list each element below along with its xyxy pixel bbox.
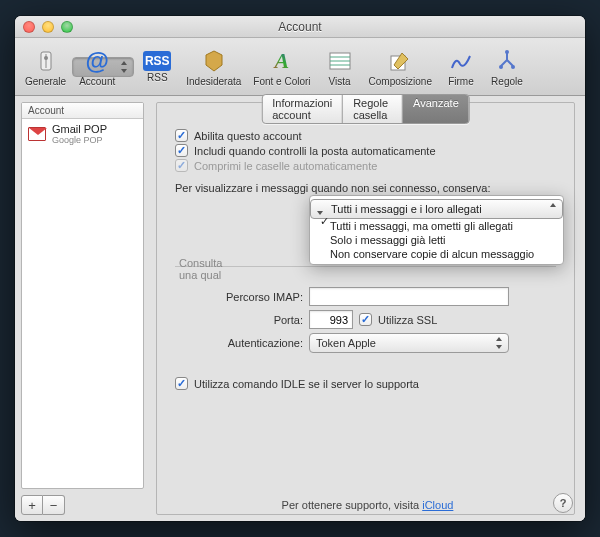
toolbar-generale[interactable]: Generale [19,40,72,94]
toolbar-label: Font e Colori [253,76,310,87]
auth-row: Autenticazione: Token Apple [175,333,556,353]
toolbar-view[interactable]: Vista [317,40,363,94]
slider-icon [32,47,60,75]
svg-point-8 [505,50,509,54]
account-type: Google POP [52,135,107,145]
remove-button[interactable]: − [43,495,65,515]
port-row: Porta: Utilizza SSL [175,310,556,329]
toolbar-label: Vista [329,76,351,87]
enable-account-row[interactable]: Abilita questo account [175,129,556,142]
toolbar-rules[interactable]: Regole [484,40,530,94]
consult-text-2: una qual [179,269,556,281]
toolbar-label: Regole [491,76,523,87]
preferences-window: Account Generale @ Account RSS RSS Indes… [15,16,585,521]
font-icon: A [268,47,296,75]
toolbar-account[interactable]: @ Account [72,57,134,77]
toolbar-label: Generale [25,76,66,87]
add-remove: + − [21,495,144,515]
ssl-label: Utilizza SSL [378,314,437,326]
include-auto-row[interactable]: Includi quando controlli la posta automa… [175,144,556,157]
icloud-link[interactable]: iCloud [422,499,453,511]
toolbar-junk[interactable]: Indesiderata [180,40,247,94]
imap-path-label: Percorso IMAP: [175,291,303,303]
svg-point-2 [44,56,48,60]
checkbox-icon[interactable] [175,129,188,142]
auth-select[interactable]: Token Apple [309,333,509,353]
imap-path-row: Percorso IMAP: [175,287,556,306]
toolbar-compose[interactable]: Composizione [363,40,438,94]
toolbar-label: Composizione [369,76,432,87]
add-button[interactable]: + [21,495,43,515]
offline-label: Per visualizzare i messaggi quando non s… [175,182,556,194]
dropdown-item[interactable]: Tutti i messaggi e i loro allegati [310,199,563,219]
compress-label: Comprimi le caselle automaticamente [194,160,377,172]
footer: Per ottenere supporto, visita iCloud [150,499,585,511]
tab-rules[interactable]: Regole casella [343,95,403,123]
checkbox-icon[interactable] [359,313,372,326]
toolbar-signatures[interactable]: Firme [438,40,484,94]
account-row[interactable]: Gmail POP Google POP [22,119,143,149]
toolbar-label: Firme [448,76,474,87]
junk-icon [200,47,228,75]
checkbox-icon[interactable] [175,377,188,390]
checkbox-icon [175,159,188,172]
gmail-icon [28,127,46,141]
svg-point-9 [499,65,503,69]
account-list-header: Account [22,103,143,119]
svg-point-10 [511,65,515,69]
dropdown-item[interactable]: Tutti i messaggi, ma ometti gli allegati [310,219,563,233]
titlebar[interactable]: Account [15,16,585,38]
tab-advanced[interactable]: Avanzate [403,95,469,123]
tab-info[interactable]: Informazioni account [262,95,343,123]
dropdown-item[interactable]: Solo i messaggi già letti [310,233,563,247]
signature-icon [447,47,475,75]
compress-row: Comprimi le caselle automaticamente [175,159,556,172]
enable-account-label: Abilita questo account [194,130,302,142]
tabs: Informazioni account Regole casella Avan… [261,94,470,124]
help-button[interactable]: ? [553,493,573,513]
rss-icon: RSS [143,51,171,71]
port-input[interactable] [309,310,353,329]
toolbar: Generale @ Account RSS RSS Indesiderata … [15,38,585,96]
checkbox-icon[interactable] [175,144,188,157]
toolbar-label: Account [79,76,115,87]
dropdown-item[interactable]: Non conservare copie di alcun messaggio [310,247,563,261]
idle-label: Utilizza comando IDLE se il server lo su… [194,378,419,390]
include-auto-label: Includi quando controlli la posta automa… [194,145,436,157]
imap-path-input[interactable] [309,287,509,306]
sidebar: Account Gmail POP Google POP + − [15,96,150,521]
settings-panel: Informazioni account Regole casella Avan… [156,102,575,515]
account-name: Gmail POP [52,123,107,135]
rules-icon [493,47,521,75]
main: Informazioni account Regole casella Avan… [150,96,585,521]
idle-row[interactable]: Utilizza comando IDLE se il server lo su… [175,377,556,390]
footer-text: Per ottenere supporto, visita [282,499,420,511]
toolbar-label: RSS [147,72,168,83]
toolbar-label: Indesiderata [186,76,241,87]
offline-dropdown[interactable]: Tutti i messaggi e i loro allegati Tutti… [309,195,564,265]
compose-icon [386,47,414,75]
view-icon [326,47,354,75]
port-label: Porta: [175,314,303,326]
toolbar-fonts[interactable]: A Font e Colori [247,40,316,94]
body: Account Gmail POP Google POP + − Informa… [15,96,585,521]
account-list[interactable]: Account Gmail POP Google POP [21,102,144,489]
at-icon: @ [83,47,111,75]
auth-label: Autenticazione: [175,337,303,349]
window-title: Account [15,20,585,34]
toolbar-rss[interactable]: RSS RSS [134,40,180,94]
